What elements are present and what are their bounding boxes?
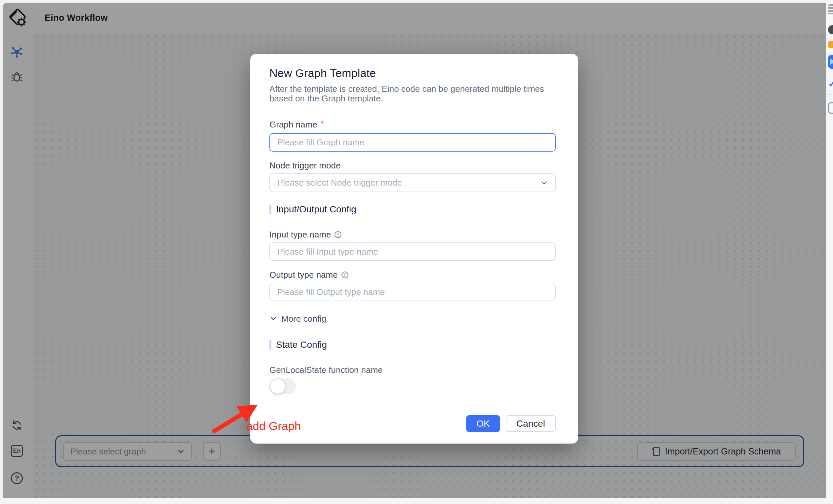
screenshot-root: Eino Workflow	[0, 0, 833, 504]
info-icon[interactable]	[341, 271, 349, 279]
new-graph-template-modal: New Graph Template After the template is…	[250, 54, 578, 444]
toggle-knob	[270, 379, 285, 394]
stack-icon[interactable]	[828, 4, 833, 14]
node-trigger-mode-placeholder: Please select Node trigger mode	[277, 178, 540, 188]
gen-local-state-label: GenLocalState function name	[269, 364, 556, 375]
gen-local-state-toggle[interactable]	[269, 378, 296, 394]
graph-name-input[interactable]	[269, 133, 556, 152]
io-config-section-header: Input/Output Config	[269, 204, 556, 215]
check-icon[interactable]: ✓	[828, 78, 833, 90]
info-icon[interactable]	[334, 231, 342, 238]
chevron-down-icon	[269, 315, 277, 323]
output-type-name-input[interactable]	[269, 283, 556, 301]
input-type-name-label-row: Input type name	[269, 229, 556, 240]
output-type-name-label: Output type name	[269, 270, 338, 280]
modal-title: New Graph Template	[269, 66, 556, 80]
blue-app-icon[interactable]	[828, 55, 833, 69]
io-config-section-title: Input/Output Config	[276, 204, 356, 215]
pie-circle-icon[interactable]	[828, 25, 833, 34]
annotation-arrow	[205, 395, 275, 441]
node-trigger-mode-label: Node trigger mode	[269, 160, 556, 171]
browser-side-panel: ✓	[826, 0, 833, 498]
annotation-text: add Graph	[246, 420, 301, 433]
state-config-section-header: State Config	[269, 339, 556, 350]
input-type-name-label: Input type name	[269, 229, 331, 240]
modal-footer: OK Cancel	[466, 415, 556, 432]
more-config-label: More config	[281, 314, 326, 324]
graph-name-label-row: Graph name *	[269, 119, 556, 130]
section-accent-bar	[269, 204, 271, 215]
cancel-button[interactable]: Cancel	[506, 415, 556, 432]
chevron-down-icon	[540, 179, 548, 187]
node-trigger-mode-select[interactable]: Please select Node trigger mode	[269, 173, 556, 192]
orange-badge-icon[interactable]	[828, 41, 833, 48]
clipboard-icon[interactable]	[828, 102, 833, 114]
panel-divider	[827, 95, 832, 95]
required-asterisk: *	[320, 118, 324, 129]
section-accent-bar	[269, 340, 271, 350]
ok-button[interactable]: OK	[466, 415, 500, 432]
window-bottom-edge	[0, 498, 833, 504]
graph-name-label: Graph name	[269, 119, 317, 130]
more-config-toggle[interactable]: More config	[269, 314, 556, 324]
modal-description: After the template is created, Eino code…	[269, 84, 556, 103]
input-type-name-input[interactable]	[269, 243, 556, 261]
state-config-section-title: State Config	[276, 339, 327, 350]
output-type-name-label-row: Output type name	[269, 270, 556, 280]
